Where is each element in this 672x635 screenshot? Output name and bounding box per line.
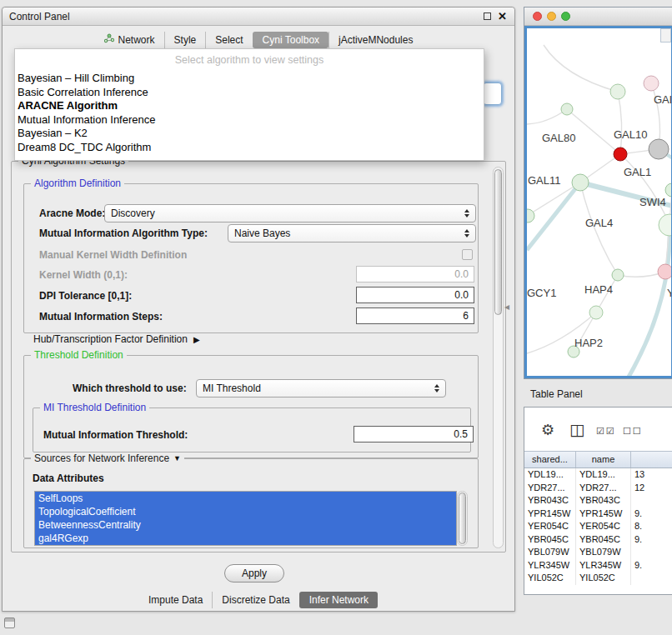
dpi-tolerance-input[interactable]: 0.0 bbox=[356, 287, 474, 303]
hub-definition-toggle[interactable]: Hub/Transcription Factor Definition ▶ bbox=[33, 333, 200, 345]
node-label-gal10: GAL10 bbox=[614, 128, 647, 141]
column-visibility-icon[interactable]: ◫ bbox=[569, 420, 584, 439]
network-node[interactable] bbox=[572, 174, 589, 191]
table-row[interactable]: YIL052CYIL052C bbox=[524, 572, 672, 585]
splitter-collapse-icon[interactable]: ◂ bbox=[504, 301, 509, 312]
table-body: YDL19...YDL19...13YDR27...YDR27...12YBR0… bbox=[524, 468, 672, 594]
algorithm-option-bayesian-k2[interactable]: Bayesian – K2 bbox=[15, 127, 484, 141]
network-node[interactable] bbox=[612, 269, 624, 281]
scrollbar-thumb[interactable] bbox=[459, 492, 466, 544]
tab-infer-network[interactable]: Infer Network bbox=[299, 592, 378, 608]
network-node[interactable] bbox=[589, 306, 603, 319]
network-graph[interactable]: GAL8GAL80GAL10GAL11GAL1SWI4GAL4GCY1HAP4Y… bbox=[527, 28, 672, 378]
table-cell bbox=[631, 572, 672, 585]
table-header: shared...name bbox=[524, 451, 672, 468]
data-attributes-list[interactable]: SelfLoopsTopologicalCoefficientBetweenne… bbox=[34, 491, 457, 546]
tab-label: Network bbox=[118, 34, 155, 46]
combo-arrows-icon bbox=[464, 209, 469, 218]
network-edge[interactable] bbox=[618, 92, 622, 154]
cyni-algorithm-settings-group: Cyni Algorithm Settings Algorithm Defini… bbox=[11, 161, 506, 552]
data-attribute-selfloops[interactable]: SelfLoops bbox=[35, 492, 456, 505]
data-attribute-topologicalcoefficient[interactable]: TopologicalCoefficient bbox=[35, 505, 456, 518]
network-node[interactable] bbox=[561, 103, 573, 115]
table-row[interactable]: YBR045CYBR045C9. bbox=[524, 533, 672, 547]
control-panel-window: Control Panel ✕ NetworkStyleSelectCyni T… bbox=[2, 7, 515, 612]
mi-threshold-input[interactable]: 0.5 bbox=[354, 426, 474, 442]
network-node[interactable] bbox=[665, 183, 672, 197]
table-row[interactable]: YER054CYER054C8. bbox=[524, 520, 672, 533]
apply-button[interactable]: Apply bbox=[224, 564, 284, 582]
zoom-traffic-light[interactable] bbox=[561, 12, 570, 21]
network-edge[interactable] bbox=[625, 225, 669, 378]
algorithm-option-basic-correlation-inference[interactable]: Basic Correlation Inference bbox=[15, 86, 484, 100]
close-window-icon[interactable]: ✕ bbox=[498, 8, 507, 26]
table-cell: YBR045C bbox=[576, 533, 631, 547]
network-node[interactable] bbox=[659, 214, 672, 236]
deselect-all-icon[interactable]: ☐☐ bbox=[623, 426, 643, 437]
tab-label: jActiveMNodules bbox=[339, 34, 413, 46]
which-threshold-select[interactable]: MI Threshold bbox=[196, 379, 446, 398]
table-row[interactable]: YLR345WYLR345W9. bbox=[524, 559, 672, 572]
network-node[interactable] bbox=[610, 84, 625, 99]
select-all-icon[interactable]: ☑☑ bbox=[596, 426, 616, 437]
network-scrollbar-corner bbox=[660, 28, 671, 42]
table-column-header-blank[interactable] bbox=[631, 452, 672, 468]
table-cell: YBR043C bbox=[524, 494, 576, 508]
network-edge[interactable] bbox=[620, 154, 669, 225]
minimized-panel-icon[interactable] bbox=[4, 618, 15, 628]
tab-cyni-toolbox[interactable]: Cyni Toolbox bbox=[253, 32, 328, 48]
table-row[interactable]: YDR27...YDR27...12 bbox=[524, 482, 672, 495]
collapsed-arrow-icon: ▶ bbox=[193, 335, 200, 344]
tab-network[interactable]: Network bbox=[95, 32, 164, 48]
algorithm-option-aracne-algorithm[interactable]: ARACNE Algorithm bbox=[15, 99, 484, 113]
network-edge[interactable] bbox=[527, 182, 580, 216]
network-node[interactable] bbox=[649, 139, 669, 159]
data-attribute-gal4rgexp[interactable]: gal4RGexp bbox=[35, 532, 456, 545]
table-cell: 9. bbox=[631, 559, 672, 572]
tab-style[interactable]: Style bbox=[164, 32, 206, 48]
network-edge[interactable] bbox=[527, 109, 567, 124]
attributes-scrollbar[interactable] bbox=[457, 491, 468, 546]
scrollbar-thumb[interactable] bbox=[494, 169, 502, 315]
table-row[interactable]: YPR145WYPR145W9. bbox=[524, 508, 672, 521]
control-panel-titlebar[interactable]: Control Panel ✕ bbox=[3, 8, 514, 26]
tab-discretize-data[interactable]: Discretize Data bbox=[212, 592, 298, 608]
float-window-icon[interactable] bbox=[484, 12, 491, 20]
network-canvas[interactable]: GAL8GAL80GAL10GAL11GAL1SWI4GAL4GCY1HAP4Y… bbox=[524, 26, 672, 378]
sources-legend[interactable]: Sources for Network Inference ▼ bbox=[31, 452, 184, 464]
network-node[interactable] bbox=[644, 76, 659, 91]
mi-algorithm-type-select[interactable]: Naive Bayes bbox=[228, 224, 476, 242]
network-node[interactable] bbox=[614, 148, 627, 161]
table-column-header-name[interactable]: name bbox=[576, 452, 631, 468]
mi-algorithm-type-label: Mutual Information Algorithm Type: bbox=[39, 228, 208, 239]
tab-impute-data[interactable]: Impute Data bbox=[139, 592, 212, 608]
algorithm-option-dream8-dc-tdc-algorithm[interactable]: Dream8 DC_TDC Algorithm bbox=[15, 141, 484, 155]
minimize-traffic-light[interactable] bbox=[547, 12, 556, 21]
network-edge[interactable] bbox=[544, 45, 618, 92]
settings-scrollbar[interactable] bbox=[493, 167, 504, 548]
table-column-header-shared[interactable]: shared... bbox=[524, 452, 576, 468]
algorithm-combobox-partial[interactable] bbox=[483, 82, 502, 105]
tab-label: Impute Data bbox=[148, 594, 203, 606]
tab-label: Discretize Data bbox=[222, 594, 289, 606]
algorithm-option-mutual-information-inference[interactable]: Mutual Information Inference bbox=[15, 113, 484, 128]
table-cell: 12 bbox=[631, 482, 672, 495]
kernel-width-input[interactable]: 0.0 bbox=[356, 266, 474, 282]
data-attribute-betweennesscentrality[interactable]: BetweennessCentrality bbox=[35, 518, 456, 532]
table-row[interactable]: YDL19...YDL19...13 bbox=[524, 468, 672, 482]
close-traffic-light[interactable] bbox=[533, 12, 542, 21]
network-titlebar[interactable] bbox=[524, 8, 672, 26]
table-row[interactable]: YBL079WYBL079W bbox=[524, 546, 672, 559]
tab-jactivemnodules[interactable]: jActiveMNodules bbox=[328, 32, 422, 48]
mi-steps-input[interactable]: 6 bbox=[356, 308, 474, 324]
table-settings-icon[interactable]: ⚙ bbox=[541, 421, 554, 439]
network-edge[interactable] bbox=[527, 182, 580, 250]
table-cell: 9. bbox=[631, 508, 672, 521]
tab-select[interactable]: Select bbox=[205, 32, 252, 48]
manual-kernel-checkbox[interactable] bbox=[462, 249, 473, 260]
algorithm-option-bayesian-hill-climbing[interactable]: Bayesian – Hill Climbing bbox=[15, 72, 484, 86]
network-node[interactable] bbox=[658, 264, 672, 279]
table-row[interactable]: YBR043CYBR043C bbox=[524, 494, 672, 508]
aracne-mode-select[interactable]: Discovery bbox=[104, 204, 476, 222]
table-cell: YDR27... bbox=[576, 482, 631, 495]
